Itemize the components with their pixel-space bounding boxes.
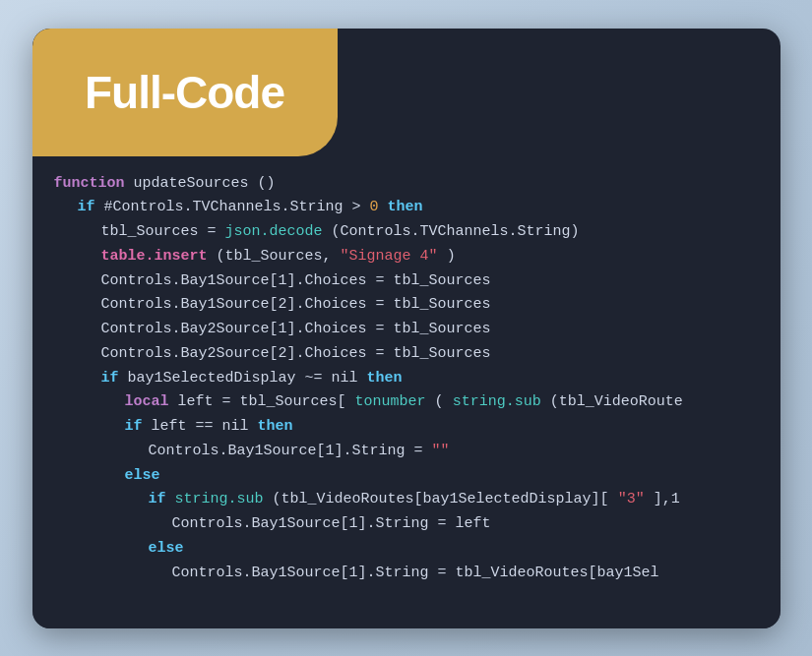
code-text: Controls.Bay2Source[2].Choices = tbl_Sou…: [101, 345, 491, 362]
code-line-9: if bay1SelectedDisplay ~= nil then: [54, 367, 759, 391]
code-text: (tbl_Sources,: [217, 248, 341, 265]
code-line-6: Controls.Bay1Source[2].Choices = tbl_Sou…: [54, 293, 759, 318]
keyword-then: then: [367, 370, 403, 387]
keyword-if: if: [125, 418, 143, 435]
code-line-4: table.insert (tbl_Sources, "Signage 4" ): [54, 245, 759, 269]
code-text: (Controls.TVChannels.String): [332, 223, 580, 240]
code-line-8: Controls.Bay2Source[2].Choices = tbl_Sou…: [54, 342, 759, 367]
keyword-function: function: [54, 175, 125, 192]
code-line-3: tbl_Sources = json.decode (Controls.TVCh…: [54, 220, 759, 245]
code-fn-stringsub2: string.sub: [175, 491, 264, 507]
code-number: 0: [370, 199, 379, 215]
code-text: left == nil: [152, 418, 258, 435]
keyword-if: if: [101, 370, 119, 387]
code-text: updateSources (): [134, 175, 276, 192]
keyword-then: then: [258, 418, 293, 435]
code-text: Controls.Bay2Source[1].Choices = tbl_Sou…: [101, 321, 491, 337]
fade-overlay: [32, 589, 781, 628]
keyword-if: if: [149, 491, 166, 507]
code-string-3: "3": [618, 491, 645, 507]
code-line-13: else: [54, 464, 759, 489]
code-line-2: if #Controls.TVChannels.String > 0 then: [54, 196, 759, 220]
code-text: #Controls.TVChannels.String >: [104, 199, 370, 215]
code-line-17: Controls.Bay1Source[1].String = tbl_Vide…: [54, 562, 759, 586]
code-fn-stringsub: string.sub: [453, 393, 541, 410]
keyword-else: else: [125, 467, 160, 484]
code-line-7: Controls.Bay2Source[1].Choices = tbl_Sou…: [54, 318, 759, 342]
code-text: Controls.Bay1Source[1].String = left: [172, 515, 491, 532]
keyword-if: if: [78, 199, 95, 215]
code-line-16: else: [54, 537, 759, 562]
keyword-else2: else: [149, 540, 184, 557]
code-line-15: Controls.Bay1Source[1].String = left: [54, 512, 759, 537]
code-line-5: Controls.Bay1Source[1].Choices = tbl_Sou…: [54, 269, 759, 294]
code-fn-tonumber: tonumber: [355, 393, 426, 410]
code-text: ],1: [654, 491, 680, 507]
code-text: (tbl_VideoRoute: [550, 393, 683, 410]
code-text: bay1SelectedDisplay ~= nil: [128, 370, 367, 387]
code-text: left = tbl_Sources[: [178, 393, 346, 410]
code-line-11: if left == nil then: [54, 415, 759, 440]
code-text: tbl_Sources =: [101, 223, 225, 240]
keyword-local: local: [125, 393, 169, 410]
code-text: ): [447, 248, 456, 265]
code-text: (tbl_VideoRoutes[bay1SelectedDisplay][: [273, 491, 609, 507]
code-string-empty: "": [432, 443, 450, 459]
code-line-12: Controls.Bay1Source[1].String = "": [54, 440, 759, 464]
code-fn: json.decode: [225, 223, 323, 240]
code-text: (: [435, 393, 444, 410]
code-card: Full-Code function updateSources () if #…: [32, 29, 781, 628]
header-badge: Full-Code: [32, 29, 338, 156]
code-line-10: local left = tbl_Sources[ tonumber ( str…: [54, 390, 759, 415]
code-text: Controls.Bay1Source[2].Choices = tbl_Sou…: [101, 296, 491, 313]
code-fn-insert: table.insert: [101, 248, 208, 265]
code-text: Controls.Bay1Source[1].String = tbl_Vide…: [172, 565, 659, 581]
keyword-then: then: [388, 199, 423, 215]
code-string: "Signage 4": [341, 248, 438, 265]
code-line-14: if string.sub (tbl_VideoRoutes[bay1Selec…: [54, 488, 759, 512]
code-container: function updateSources () if #Controls.T…: [32, 164, 781, 586]
page-title: Full-Code: [85, 66, 284, 119]
code-text: Controls.Bay1Source[1].String =: [149, 443, 432, 459]
code-text: Controls.Bay1Source[1].Choices = tbl_Sou…: [101, 272, 491, 289]
code-line-1: function updateSources (): [54, 172, 759, 197]
